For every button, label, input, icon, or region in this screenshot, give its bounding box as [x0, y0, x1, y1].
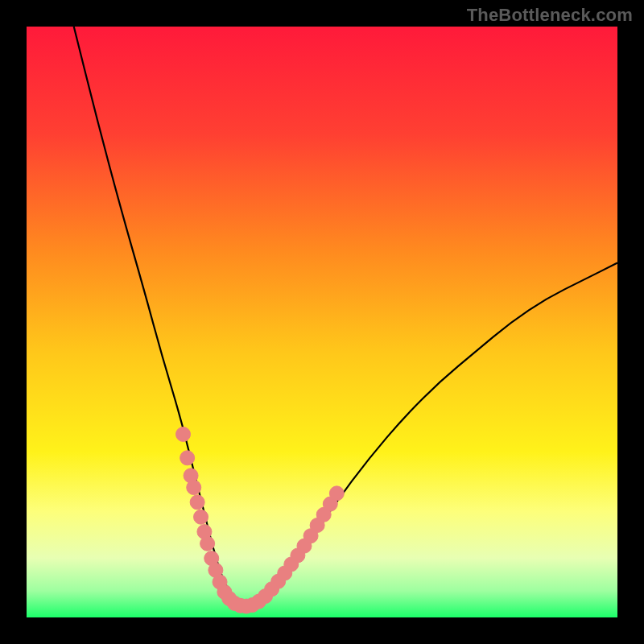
highlight-dot — [329, 486, 344, 501]
highlight-dot — [194, 510, 208, 524]
highlight-dot — [187, 481, 201, 495]
highlight-dot — [176, 427, 191, 441]
bottleneck-chart — [0, 0, 644, 644]
highlight-dot — [190, 495, 204, 510]
highlight-dot — [200, 536, 215, 551]
watermark-text: TheBottleneck.com — [467, 5, 633, 26]
chart-frame: TheBottleneck.com — [0, 0, 644, 644]
highlight-dot — [180, 451, 195, 465]
